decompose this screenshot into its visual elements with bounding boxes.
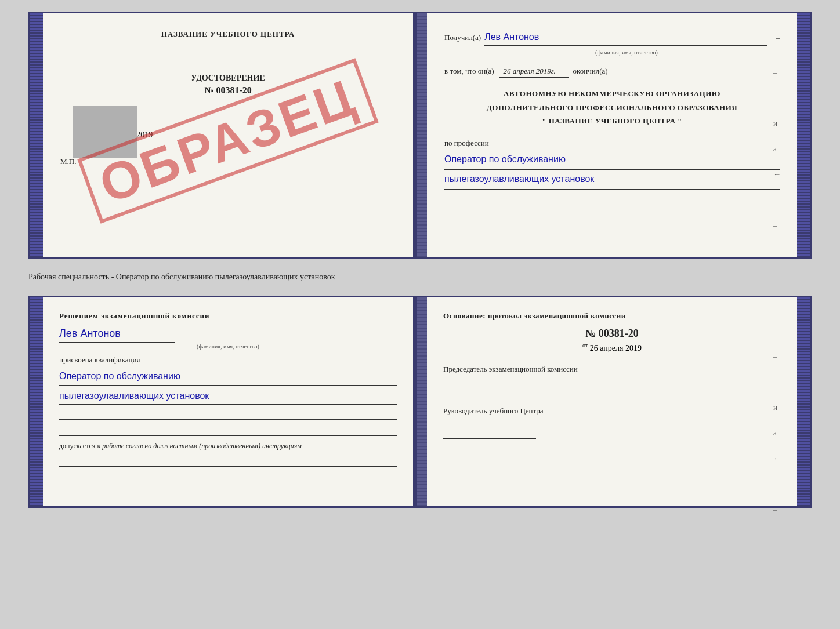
recipient-label: Получил(а) xyxy=(444,32,481,44)
chairman-block: Председатель экзаменационной комиссии xyxy=(443,365,781,397)
bottom-right-margin-dashes: – – – и а ← – – xyxy=(773,326,781,514)
qual-line2: пылегазоулавливающих установок xyxy=(59,388,397,405)
date-prefix: в том, что он(а) xyxy=(444,66,494,78)
protocol-number: № 00381-20 xyxy=(443,328,781,340)
protocol-date-prefix: от xyxy=(582,342,588,348)
right-binding-strip xyxy=(797,13,810,257)
bdash-1: – xyxy=(773,326,781,336)
dopuskaetsya-line: допускается к работе согласно должностны… xyxy=(59,442,397,450)
blank-line-1 xyxy=(59,407,397,420)
dopusk-prefix: допускается к xyxy=(59,442,100,450)
date-value: 26 апреля 2019г. xyxy=(499,66,569,78)
dash-1: – xyxy=(773,42,781,52)
recipient-sub: (фамилия, имя, отчество) xyxy=(491,48,762,57)
blank-line-2 xyxy=(59,423,397,436)
org-line3: " НАЗВАНИЕ УЧЕБНОГО ЦЕНТРА " xyxy=(444,114,780,128)
bottom-name-sub: (фамилия, имя, отчество) xyxy=(59,343,397,350)
bottom-right-binding xyxy=(797,297,810,506)
chairman-label: Председатель экзаменационной комиссии xyxy=(443,365,781,374)
org-line1: АВТОНОМНУЮ НЕКОММЕРЧЕСКУЮ ОРГАНИЗАЦИЮ xyxy=(444,87,780,100)
separator-text: Рабочая специальность - Оператор по обсл… xyxy=(28,268,812,286)
manager-label: Руководитель учебного Центра xyxy=(443,406,781,416)
dash-arrow: ← xyxy=(773,170,781,179)
bottom-spine xyxy=(417,297,427,506)
bottom-left-page: Решением экзаменационной комиссии Лев Ан… xyxy=(43,297,417,506)
qual-line1: Оператор по обслуживанию xyxy=(59,368,397,386)
bdash-2: – xyxy=(773,352,781,361)
bdash-3: – xyxy=(773,377,781,387)
profession-line1: Оператор по обслуживанию xyxy=(444,151,780,170)
right-page-content: Получил(а) Лев Антонов – (фамилия, имя, … xyxy=(444,30,780,190)
date-line: в том, что он(а) 26 апреля 2019г. окончи… xyxy=(444,66,780,78)
dash-5: – xyxy=(773,221,781,230)
top-spread: НАЗВАНИЕ УЧЕБНОГО ЦЕНТРА УДОСТОВЕРЕНИЕ №… xyxy=(28,12,812,259)
protocol-date-value: 26 апреля 2019 xyxy=(590,344,642,352)
osnov-label: Основание: протокол экзаменационной коми… xyxy=(443,311,781,321)
profession-line2: пылегазоулавливающих установок xyxy=(444,171,780,190)
bottom-spread: Решением экзаменационной комиссии Лев Ан… xyxy=(28,296,812,508)
bdash-4: – xyxy=(773,479,781,489)
manager-block: Руководитель учебного Центра xyxy=(443,406,781,439)
bdash-arrow: ← xyxy=(773,454,781,463)
cert-title: УДОСТОВЕРЕНИЕ xyxy=(60,74,396,83)
bdash-a: а xyxy=(773,428,781,438)
dash-3: – xyxy=(773,93,781,103)
bdash-i: и xyxy=(773,403,781,412)
bottom-person-name: Лев Антонов xyxy=(59,325,397,343)
org-block: АВТОНОМНУЮ НЕКОММЕРЧЕСКУЮ ОРГАНИЗАЦИЮ ДО… xyxy=(444,87,780,128)
recipient-name: Лев Антонов xyxy=(484,30,766,46)
decision-header: Решением экзаменационной комиссии xyxy=(59,311,397,321)
cert-photo-placeholder xyxy=(73,106,137,158)
top-spine xyxy=(417,13,427,257)
bottom-left-binding xyxy=(30,297,43,506)
dash-a: а xyxy=(773,144,781,154)
bottom-name-value: Лев Антонов xyxy=(59,325,175,343)
right-margin-dashes: – – – и а ← – – – xyxy=(773,42,781,256)
protocol-date-line: от 26 апреля 2019 xyxy=(443,342,781,353)
dopusk-value: работе согласно должностным (производств… xyxy=(102,442,302,450)
document-container: НАЗВАНИЕ УЧЕБНОГО ЦЕНТРА УДОСТОВЕРЕНИЕ №… xyxy=(28,12,812,508)
cert-number: № 00381-20 xyxy=(60,85,396,96)
cert-school-name: НАЗВАНИЕ УЧЕБНОГО ЦЕНТРА xyxy=(60,30,396,39)
assigned-label: присвоена квалификация xyxy=(59,355,397,365)
org-line2: ДОПОЛНИТЕЛЬНОГО ПРОФЕССИОНАЛЬНОГО ОБРАЗО… xyxy=(444,101,780,114)
profession-label: по профессии xyxy=(444,137,780,150)
bdash-5: – xyxy=(773,505,781,514)
top-right-page: Получил(а) Лев Антонов – (фамилия, имя, … xyxy=(427,13,797,257)
recipient-line: Получил(а) Лев Антонов – xyxy=(444,30,780,46)
dash-4: – xyxy=(773,195,781,205)
cert-mp: М.П. xyxy=(60,157,396,166)
chairman-sig-line xyxy=(443,387,536,397)
date-suffix: окончил(а) xyxy=(573,66,608,78)
manager-sig-line xyxy=(443,428,536,439)
bottom-right-page: Основание: протокол экзаменационной коми… xyxy=(427,297,797,506)
blank-line-3 xyxy=(59,454,397,467)
top-left-page: НАЗВАНИЕ УЧЕБНОГО ЦЕНТРА УДОСТОВЕРЕНИЕ №… xyxy=(43,13,417,257)
left-binding-strip xyxy=(30,13,43,257)
dash-6: – xyxy=(773,246,781,256)
dash-2: – xyxy=(773,68,781,77)
dash-i: и xyxy=(773,119,781,128)
